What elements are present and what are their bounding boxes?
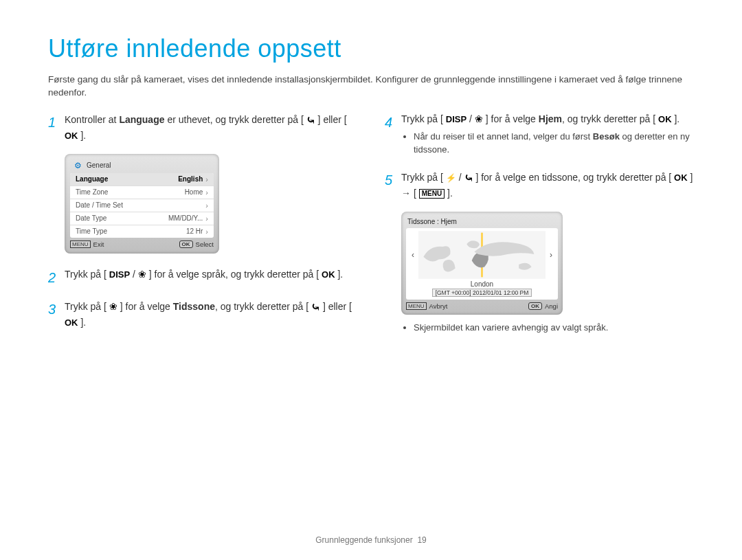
disp-icon <box>446 113 466 126</box>
gmt-box: [GMT +00:00] 2012/01/01 12:00 PM <box>432 289 532 297</box>
row-label: Language <box>76 175 108 183</box>
menu-icon: MENU <box>70 240 91 248</box>
settings-lcd-panel: General Language English Time Zone Home … <box>65 154 219 254</box>
step-5: 5 Trykk på [ / ] for å velge en tidssone… <box>385 170 694 201</box>
bold-text: Hjem <box>539 113 562 124</box>
map-title: Tidssone : Hjem <box>406 216 558 228</box>
macro-icon <box>109 300 117 314</box>
lcd-row-timetype[interactable]: Time Type 12 Hr <box>70 225 214 238</box>
label: Exit <box>93 240 104 248</box>
text: ] for å velge <box>117 300 173 311</box>
map-footer: MENUAvbryt OKAngi <box>406 300 558 310</box>
chevron-right-icon <box>205 201 208 210</box>
text: ]. <box>78 130 87 141</box>
lcd-header-text: General <box>87 161 111 169</box>
gear-icon <box>73 161 82 170</box>
intro-text: Første gang du slår på kameraet, vises d… <box>48 73 694 100</box>
text: , og trykk deretter på [ <box>562 113 658 124</box>
disp-icon <box>109 268 130 282</box>
timer-icon <box>306 112 315 128</box>
list-item: Skjermbildet kan variere avhengig av val… <box>414 322 694 334</box>
step-body: Trykk på [ / ] for å velge en tidssone, … <box>401 170 694 201</box>
text: ] for å velge <box>483 113 539 124</box>
step-body: Trykk på [ ] for å velge Tidssone, og tr… <box>65 299 357 330</box>
label: Select <box>196 240 214 248</box>
ok-icon <box>674 171 688 185</box>
text: er uthevet, og trykk deretter på [ <box>165 113 306 124</box>
row-label: Date Type <box>76 214 106 222</box>
row-value: 12 Hr <box>186 227 203 235</box>
set-button[interactable]: OKAngi <box>528 302 558 310</box>
menu-icon <box>419 189 445 199</box>
text: ] eller [ <box>315 113 347 124</box>
text: Trykk på [ <box>401 172 446 183</box>
step-number: 3 <box>48 299 65 330</box>
final-notes: Skjermbildet kan variere avhengig av val… <box>385 322 694 334</box>
left-column: 1 Kontroller at Language er uthevet, og … <box>48 112 357 341</box>
step-3: 3 Trykk på [ ] for å velge Tidssone, og … <box>48 299 357 330</box>
label: Avbryt <box>429 302 448 310</box>
step-number: 2 <box>48 267 65 288</box>
row-value: Home <box>185 188 203 196</box>
row-label: Time Type <box>76 227 107 235</box>
step-1: 1 Kontroller at Language er uthevet, og … <box>48 112 357 143</box>
step-body: Kontroller at Language er uthevet, og tr… <box>65 112 357 143</box>
text: ]. <box>445 188 453 199</box>
timezone-map-panel: Tidssone : Hjem ‹ <box>401 212 563 315</box>
select-button[interactable]: OKSelect <box>179 240 214 248</box>
cancel-button[interactable]: MENUAvbryt <box>406 302 447 310</box>
ok-icon: OK <box>528 302 542 310</box>
row-value: MM/DD/Y... <box>168 214 203 222</box>
text: Når du reiser til et annet land, velger … <box>414 131 593 142</box>
exit-button[interactable]: MENUExit <box>70 240 104 248</box>
text: ] eller [ <box>320 300 352 311</box>
ok-icon <box>65 129 78 143</box>
next-timezone-button[interactable]: › <box>548 250 554 260</box>
bold-text: Besøk <box>593 131 620 142</box>
right-column: 4 Trykk på [ / ] for å velge Hjem, og tr… <box>385 112 694 341</box>
lcd-list: Language English Time Zone Home Date / T… <box>70 173 214 238</box>
step-4-notes: Når du reiser til et annet land, velger … <box>401 131 694 155</box>
ok-icon <box>658 113 672 126</box>
flash-icon <box>446 172 456 184</box>
lcd-footer: MENUExit OKSelect <box>70 238 214 248</box>
text: Kontroller at <box>65 113 119 124</box>
chevron-right-icon <box>205 188 208 197</box>
step-2: 2 Trykk på [ / ] for å velge språk, og t… <box>48 267 357 288</box>
text: Trykk på [ <box>65 269 109 280</box>
prev-timezone-button[interactable]: ‹ <box>410 250 416 260</box>
lcd-header: General <box>70 159 214 173</box>
content-columns: 1 Kontroller at Language er uthevet, og … <box>48 112 694 341</box>
menu-icon: MENU <box>406 302 427 310</box>
gmt-row: [GMT +00:00] 2012/01/01 12:00 PM <box>410 289 554 297</box>
text: / <box>456 172 464 183</box>
lcd-row-datetype[interactable]: Date Type MM/DD/Y... <box>70 212 214 225</box>
world-map <box>418 231 546 279</box>
lcd-row-language[interactable]: Language English <box>70 173 214 186</box>
text: / <box>466 113 475 124</box>
page-title: Utføre innledende oppsett <box>48 34 694 63</box>
world-map-svg <box>418 231 546 279</box>
lcd-row-timezone[interactable]: Time Zone Home <box>70 186 214 199</box>
lcd-row-datetime[interactable]: Date / Time Set <box>70 199 214 212</box>
step-number: 1 <box>48 112 65 143</box>
text: ]. <box>672 113 680 124</box>
city-label: London <box>410 280 554 288</box>
ok-icon <box>322 268 335 282</box>
text: Trykk på [ <box>401 113 446 124</box>
text: / <box>130 269 138 280</box>
ok-icon: OK <box>179 240 193 248</box>
page-footer: Grunnleggende funksjoner 19 <box>0 535 742 545</box>
step-4: 4 Trykk på [ / ] for å velge Hjem, og tr… <box>385 112 694 159</box>
label: Angi <box>545 302 558 310</box>
chevron-right-icon <box>205 175 208 183</box>
macro-icon <box>475 112 483 126</box>
map-frame: ‹ <box>406 228 558 300</box>
map-row: ‹ <box>410 231 554 279</box>
footer-page-number: 19 <box>417 535 426 545</box>
row-value: English <box>178 175 203 183</box>
text: , og trykk deretter på [ <box>215 300 311 311</box>
chevron-right-icon <box>205 214 208 223</box>
timer-icon <box>464 170 473 186</box>
ok-icon <box>65 316 78 330</box>
